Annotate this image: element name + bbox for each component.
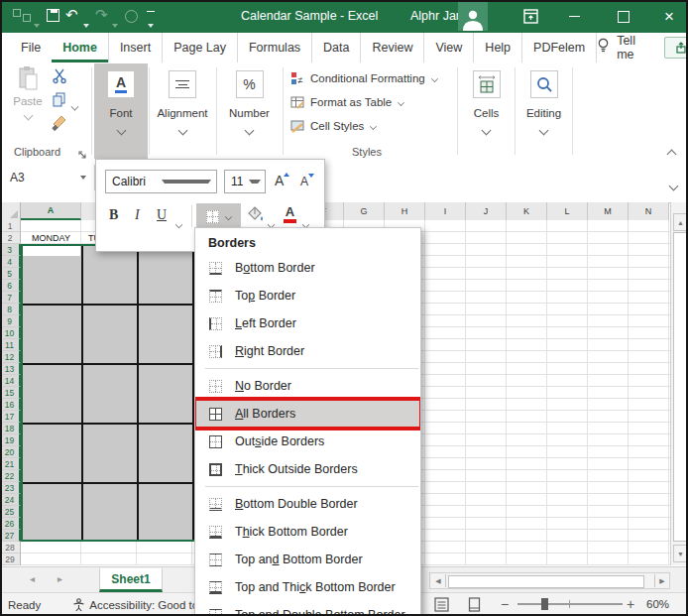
column-header-H[interactable]: H bbox=[385, 202, 425, 220]
format-as-table-button[interactable]: Format as Table bbox=[290, 92, 404, 112]
italic-button[interactable]: I bbox=[135, 207, 140, 223]
column-header-L[interactable]: L bbox=[547, 202, 588, 220]
row-header-3[interactable]: 3 bbox=[0, 244, 21, 256]
zoom-in-button[interactable]: + bbox=[627, 596, 634, 612]
menu-item-top-border[interactable]: Top Border bbox=[195, 282, 420, 309]
tab-insert[interactable]: Insert bbox=[109, 33, 163, 62]
menu-item-bottom-double-border[interactable]: Bottom Double Border bbox=[195, 490, 420, 518]
column-header-A[interactable]: A bbox=[21, 202, 81, 220]
sheet-nav-right-icon[interactable]: ▸ bbox=[57, 573, 62, 584]
page-layout-view-button[interactable] bbox=[467, 597, 482, 614]
menu-item-no-border[interactable]: No Border bbox=[195, 372, 420, 400]
row-header-10[interactable]: 10 bbox=[0, 327, 21, 339]
tab-review[interactable]: Review bbox=[361, 33, 424, 62]
undo-chevron-icon[interactable] bbox=[83, 14, 89, 32]
menu-item-all-borders[interactable]: All Borders bbox=[195, 400, 420, 428]
sheet-nav-left-icon[interactable]: ◂ bbox=[30, 573, 35, 584]
row-header-21[interactable]: 21 bbox=[0, 458, 21, 470]
row-header-6[interactable]: 6 bbox=[0, 280, 21, 292]
zoom-slider-thumb[interactable] bbox=[541, 598, 548, 610]
autosave-icon[interactable] bbox=[13, 9, 31, 22]
share-button[interactable]: Share bbox=[664, 37, 688, 59]
row-header-25[interactable]: 25 bbox=[0, 506, 21, 518]
sheet-tab-sheet1[interactable]: Sheet1 bbox=[99, 568, 163, 592]
menu-item-thick-bottom-border[interactable]: Thick Bottom Border bbox=[195, 518, 420, 546]
ribbon-display-options-button[interactable] bbox=[514, 0, 547, 33]
row-header-12[interactable]: 12 bbox=[0, 351, 21, 363]
column-header-G[interactable]: G bbox=[344, 202, 385, 220]
font-color-button[interactable]: A bbox=[284, 205, 296, 223]
row-header-23[interactable]: 23 bbox=[0, 482, 21, 494]
redo-button[interactable]: ↷ bbox=[95, 6, 108, 24]
menu-item-left-border[interactable]: Left Border bbox=[195, 309, 420, 337]
tab-formulas[interactable]: Formulas bbox=[238, 33, 312, 62]
tab-help[interactable]: Help bbox=[474, 33, 522, 62]
number-group-button[interactable]: % Number bbox=[218, 63, 281, 159]
save-button[interactable] bbox=[47, 9, 59, 13]
maximize-button[interactable] bbox=[607, 0, 640, 33]
cell-A2[interactable]: MONDAY bbox=[21, 232, 81, 244]
menu-item-top-and-bottom-border[interactable]: Top and Bottom Border bbox=[195, 546, 420, 573]
row-header-2[interactable]: 2 bbox=[0, 232, 21, 244]
menu-item-top-and-thick-bottom-border[interactable]: Top and Thick Bottom Border bbox=[195, 573, 420, 601]
row-header-20[interactable]: 20 bbox=[0, 446, 21, 458]
row-header-28[interactable]: 28 bbox=[0, 542, 21, 554]
shrink-font-button[interactable]: A bbox=[300, 174, 314, 188]
row-header-11[interactable]: 11 bbox=[0, 339, 21, 351]
formula-bar-expand-icon[interactable] bbox=[670, 176, 677, 193]
column-header-I[interactable]: I bbox=[425, 202, 466, 220]
row-header-16[interactable]: 16 bbox=[0, 399, 21, 411]
tell-me-label[interactable]: Tell me bbox=[617, 34, 635, 62]
horizontal-scroll-thumb[interactable] bbox=[448, 575, 644, 588]
tab-data[interactable]: Data bbox=[312, 33, 361, 62]
tab-file[interactable]: File bbox=[10, 33, 52, 62]
row-header-17[interactable]: 17 bbox=[0, 411, 21, 423]
normal-view-button[interactable] bbox=[434, 597, 449, 614]
alignment-group-button[interactable]: Alignment bbox=[151, 63, 214, 159]
cells-group-button[interactable]: Cells bbox=[459, 63, 514, 159]
row-header-15[interactable]: 15 bbox=[0, 387, 21, 399]
scroll-up-button[interactable]: ▲ bbox=[673, 213, 688, 231]
row-header-18[interactable]: 18 bbox=[0, 423, 21, 434]
row-header-29[interactable]: 29 bbox=[0, 554, 21, 565]
menu-item-outside-borders[interactable]: Outside Borders bbox=[195, 428, 420, 455]
column-header-K[interactable]: K bbox=[507, 202, 547, 220]
row-header-27[interactable]: 27 bbox=[0, 530, 21, 542]
scroll-left-button[interactable]: ◀ bbox=[431, 574, 446, 587]
row-header-24[interactable]: 24 bbox=[0, 494, 21, 506]
row-header-8[interactable]: 8 bbox=[0, 304, 21, 315]
autosave-chevron-icon[interactable] bbox=[34, 14, 40, 32]
tab-home[interactable]: Home bbox=[52, 33, 109, 62]
row-header-19[interactable]: 19 bbox=[0, 434, 21, 446]
customize-toolbar-icon[interactable] bbox=[125, 10, 138, 23]
row-header-5[interactable]: 5 bbox=[0, 268, 21, 280]
name-box[interactable]: A3 bbox=[0, 165, 95, 190]
row-header-7[interactable]: 7 bbox=[0, 292, 21, 304]
column-header-M[interactable]: M bbox=[588, 202, 629, 220]
format-painter-button[interactable] bbox=[52, 114, 68, 135]
copy-button[interactable] bbox=[52, 92, 66, 111]
row-header-26[interactable]: 26 bbox=[0, 518, 21, 530]
horizontal-scrollbar[interactable]: ◀ ▶ bbox=[429, 572, 670, 589]
conditional-formatting-button[interactable]: ≠ Conditional Formatting bbox=[290, 68, 438, 88]
menu-item-thick-outside-borders[interactable]: Thick Outside Borders bbox=[195, 455, 420, 483]
scroll-down-button[interactable]: ▼ bbox=[673, 545, 688, 562]
copy-chevron-icon[interactable] bbox=[71, 96, 78, 114]
bold-button[interactable]: B bbox=[109, 207, 118, 223]
row-header-1[interactable]: 1 bbox=[0, 220, 21, 232]
close-button[interactable]: × bbox=[652, 0, 686, 33]
row-header-4[interactable]: 4 bbox=[0, 256, 21, 268]
borders-button[interactable] bbox=[196, 203, 241, 229]
column-header-J[interactable]: J bbox=[466, 202, 507, 220]
editing-group-button[interactable]: Editing bbox=[516, 63, 571, 159]
grow-font-button[interactable]: A bbox=[275, 173, 289, 188]
menu-item-top-and-double-bottom-border[interactable]: Top and Double Bottom Border bbox=[195, 601, 420, 616]
row-header-14[interactable]: 14 bbox=[0, 375, 21, 387]
zoom-level[interactable]: 60% bbox=[646, 598, 669, 610]
cell-styles-button[interactable]: Cell Styles bbox=[290, 116, 377, 136]
tab-view[interactable]: View bbox=[424, 33, 474, 62]
vertical-scrollbar[interactable]: ▲ ▼ bbox=[670, 202, 688, 565]
name-box-dropdown-icon[interactable] bbox=[80, 176, 86, 180]
undo-button[interactable]: ↶ bbox=[65, 6, 78, 24]
fill-color-button[interactable] bbox=[247, 205, 265, 227]
